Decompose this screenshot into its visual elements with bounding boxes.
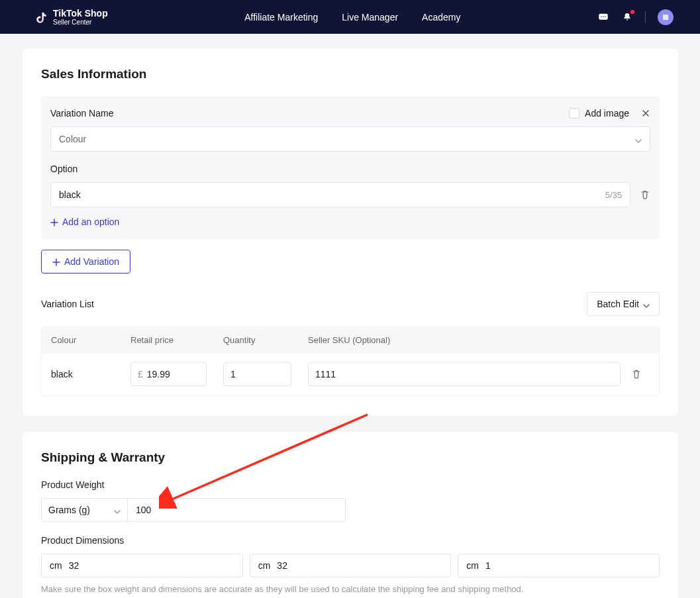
dims-label: Product Dimensions [41,535,660,546]
option-char-counter: 5/35 [605,190,622,200]
plus-icon [52,258,60,266]
col-colour: Colour [51,335,130,345]
dim-unit: cm [466,560,479,571]
dim-unit: cm [258,560,271,571]
nav-links: Affiliate Marketing Live Manager Academy [244,12,460,23]
svg-point-2 [603,16,604,17]
add-option-label: Add an option [62,217,119,227]
sales-info-title: Sales Information [41,67,660,81]
chevron-down-icon [635,136,642,142]
weight-unit-value: Grams (g) [48,505,90,515]
shipping-title: Shipping & Warranty [41,450,660,465]
add-option-link[interactable]: Add an option [50,217,650,227]
table-row: black £ [42,353,659,395]
dim-unit: cm [50,560,62,571]
top-nav: TikTok Shop Seller Center Affiliate Mark… [0,0,700,34]
weight-input[interactable] [136,505,337,515]
bell-icon[interactable] [621,11,633,23]
tiktok-icon [34,10,48,25]
add-variation-label: Add Variation [64,256,119,267]
checkbox-icon [569,108,579,119]
weight-input-wrap [127,498,346,522]
nav-affiliate[interactable]: Affiliate Marketing [244,12,318,23]
variation-name-label: Variation Name [50,108,113,119]
dim-width-input[interactable] [277,560,442,571]
close-variation-icon[interactable] [641,109,650,118]
cell-colour: black [51,369,130,379]
variation-name-select[interactable]: Colour [50,126,650,152]
qty-input-wrap [223,362,291,386]
col-qty: Quantity [223,335,308,345]
price-input[interactable] [147,369,199,379]
currency-prefix: £ [138,369,143,379]
brand-logo[interactable]: TikTok Shop Seller Center [34,9,108,26]
nav-live-manager[interactable]: Live Manager [342,12,398,23]
dim-height: cm [458,554,660,577]
notification-dot [630,10,634,14]
qty-input[interactable] [230,369,284,379]
col-sku: Seller SKU (Optional) [308,335,623,345]
chat-icon[interactable] [597,11,609,23]
weight-unit-select[interactable]: Grams (g) [41,498,127,522]
svg-point-1 [601,16,602,17]
chevron-down-icon [114,507,121,513]
option-input-wrap: 5/35 [50,182,630,207]
add-image-label: Add image [585,108,629,119]
sku-input[interactable] [315,369,613,379]
option-input[interactable] [59,189,605,200]
delete-row-icon[interactable] [631,369,642,379]
shipping-card: Shipping & Warranty Product Weight Grams… [23,432,678,598]
batch-edit-button[interactable]: Batch Edit [587,292,660,316]
option-label: Option [50,164,650,174]
variation-list-label: Variation List [41,299,94,309]
batch-edit-label: Batch Edit [597,299,639,309]
table-header: Colour Retail price Quantity Seller SKU … [42,327,659,353]
add-variation-button[interactable]: Add Variation [41,250,130,274]
weight-label: Product Weight [41,479,660,490]
dims-hint: Make sure the box weight and dimensions … [41,584,660,594]
col-price: Retail price [130,335,223,345]
dim-length-input[interactable] [69,560,234,571]
sales-info-card: Sales Information Variation Name Add ima… [23,48,678,416]
dim-width: cm [250,554,452,577]
svg-point-3 [605,16,606,17]
variation-panel: Variation Name Add image Colour [41,96,660,239]
nav-divider [645,11,646,23]
brand-sub: Seller Center [53,19,108,26]
variation-name-value: Colour [59,134,86,144]
chevron-down-icon [643,301,650,307]
brand-main: TikTok Shop [53,9,108,18]
add-image-checkbox[interactable]: Add image [569,108,629,119]
svg-rect-4 [663,14,668,19]
plus-icon [50,218,58,226]
price-input-wrap: £ [130,362,207,386]
dim-length: cm [41,554,243,577]
nav-academy[interactable]: Academy [422,12,460,23]
delete-option-icon[interactable] [640,189,650,200]
avatar[interactable] [658,9,674,25]
dim-height-input[interactable] [485,560,651,571]
nav-right [597,9,674,25]
sku-input-wrap [308,362,621,386]
variation-table: Colour Retail price Quantity Seller SKU … [41,326,660,396]
